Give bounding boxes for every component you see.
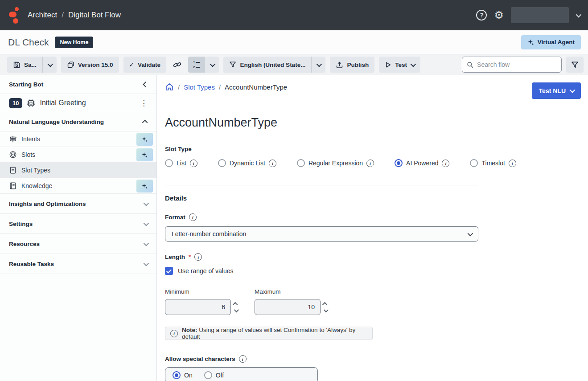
home-icon[interactable] [165, 82, 174, 91]
sidebar-item-knowledge[interactable]: Knowledge [0, 178, 156, 194]
sequence-list-menu-button[interactable] [205, 57, 219, 73]
collapse-sidebar-icon[interactable] [144, 81, 148, 88]
section-label: Starting Bot [9, 81, 43, 88]
ai-generate-knowledge-button[interactable] [136, 180, 153, 193]
checkbox-checked-icon[interactable] [165, 267, 173, 275]
info-icon[interactable]: i [239, 355, 247, 363]
save-button[interactable]: Sa... [7, 57, 43, 73]
main-panel: / Slot Types / AccountNumberType Test NL… [157, 75, 588, 381]
length-label: Length * i [165, 253, 478, 261]
new-home-badge: New Home [55, 37, 93, 48]
radio-on[interactable]: On [173, 371, 193, 379]
sidebar-item-initial-greeting[interactable]: 10 Initial Greeting ⋮ [0, 94, 156, 112]
details-divider [165, 185, 478, 185]
info-icon[interactable]: i [269, 160, 276, 167]
radio-timeslot[interactable]: Timeslot i [470, 159, 516, 167]
title-separator: / [62, 11, 64, 20]
test-nlu-button[interactable]: Test NLU [532, 82, 581, 99]
details-heading: Details [165, 194, 478, 202]
flow-name: DL Check [8, 37, 49, 48]
radio-label: Dynamic List [230, 160, 265, 167]
step-down-icon[interactable] [234, 307, 239, 312]
info-icon[interactable]: i [366, 160, 374, 167]
info-icon[interactable]: i [189, 213, 197, 221]
minimum-input[interactable] [165, 299, 231, 315]
radio-dynamic-list[interactable]: Dynamic List i [218, 159, 276, 167]
play-icon [385, 61, 391, 68]
kebab-menu-icon[interactable]: ⋮ [140, 98, 148, 108]
user-account-menu[interactable] [511, 7, 569, 23]
section-label: Resources [9, 241, 40, 247]
ai-generate-intents-button[interactable] [136, 133, 153, 146]
link-icon [173, 60, 182, 70]
info-icon[interactable]: i [509, 160, 516, 167]
test-button[interactable]: Test [379, 57, 420, 73]
page-heading: AccountNumberType [165, 116, 478, 130]
section-label: Settings [9, 221, 33, 227]
radio-label: List [177, 160, 186, 167]
ai-generate-slots-button[interactable] [136, 148, 153, 161]
filter-icon [571, 61, 579, 69]
publish-button[interactable]: Publish [330, 57, 374, 73]
link-button[interactable] [171, 60, 184, 70]
version-label: Version 15.0 [78, 61, 113, 68]
search-flow-input[interactable] [477, 61, 557, 68]
user-menu-chevron-icon[interactable] [576, 11, 580, 19]
info-icon[interactable]: i [194, 253, 202, 261]
radio-ai-powered[interactable]: AI Powered i [395, 159, 449, 167]
header-divider [157, 105, 588, 105]
info-icon[interactable]: i [190, 160, 197, 167]
breadcrumb-current: AccountNumberType [225, 83, 287, 91]
note-text: Using a range of values will set Confirm… [182, 327, 355, 340]
format-value: Letter-number combination [172, 230, 246, 238]
slot-type-radio-group: List i Dynamic List i Regular Expression… [165, 159, 478, 167]
gear-icon[interactable]: ⚙ [494, 10, 504, 20]
step-up-icon[interactable] [233, 302, 238, 307]
maximum-stepper[interactable] [324, 302, 327, 312]
radio-off[interactable]: Off [204, 371, 224, 379]
sparkle-icon [141, 136, 148, 143]
breadcrumb-separator: / [219, 83, 221, 91]
test-label: Test [395, 61, 407, 68]
sidebar-section-resources[interactable]: Resources [0, 234, 156, 254]
minimum-stepper[interactable] [234, 302, 238, 312]
help-icon[interactable]: ? [476, 10, 487, 20]
task-count-badge: 10 [9, 98, 22, 108]
breadcrumb-separator: / [178, 83, 180, 91]
maximum-input[interactable] [255, 299, 321, 315]
filter-button[interactable] [566, 57, 584, 73]
info-icon[interactable]: i [442, 160, 449, 167]
virtual-agent-button[interactable]: Virtual Agent [521, 35, 581, 49]
breadcrumb-slot-types[interactable]: Slot Types [184, 83, 215, 91]
format-select[interactable]: Letter-number combination [165, 226, 478, 242]
breadcrumb: / Slot Types / AccountNumberType [165, 82, 287, 91]
sidebar-section-reusable-tasks[interactable]: Reusable Tasks [0, 254, 156, 274]
use-range-checkbox-row[interactable]: Use range of values [165, 267, 478, 275]
sidebar-item-intents[interactable]: Intents [0, 131, 156, 147]
language-button[interactable]: English (United State... [223, 57, 312, 73]
radio-list[interactable]: List i [165, 159, 197, 167]
sidebar-section-insights[interactable]: Insights and Optimizations [0, 194, 156, 214]
step-up-icon[interactable] [322, 302, 327, 307]
step-down-icon[interactable] [324, 307, 329, 312]
genesys-logo-icon [8, 6, 21, 24]
validate-button[interactable]: ✓ Validate [123, 57, 166, 73]
radio-regular-expression[interactable]: Regular Expression i [297, 159, 374, 167]
publish-icon [336, 61, 343, 69]
note-prefix: Note: [182, 327, 197, 333]
search-icon [467, 61, 473, 69]
sequence-list-button[interactable]: 12 [188, 57, 205, 73]
item-label: Knowledge [21, 182, 52, 189]
minimum-field-group: Minimum [165, 288, 238, 315]
radio-label: AI Powered [406, 160, 438, 167]
language-menu-button[interactable] [312, 57, 325, 73]
save-menu-button[interactable] [43, 57, 57, 73]
numbered-list-icon: 12 [193, 61, 200, 69]
sidebar-section-nlu[interactable]: Natural Language Understanding [0, 112, 156, 131]
version-button[interactable]: Version 15.0 [61, 57, 119, 73]
sidebar-section-starting-bot[interactable]: Starting Bot [0, 75, 156, 94]
sidebar-item-slots[interactable]: Slots [0, 147, 156, 163]
slot-type-label: Slot Type [165, 146, 478, 152]
sidebar-item-slot-types[interactable]: Slot Types [0, 163, 156, 178]
sidebar-section-settings[interactable]: Settings [0, 214, 156, 234]
